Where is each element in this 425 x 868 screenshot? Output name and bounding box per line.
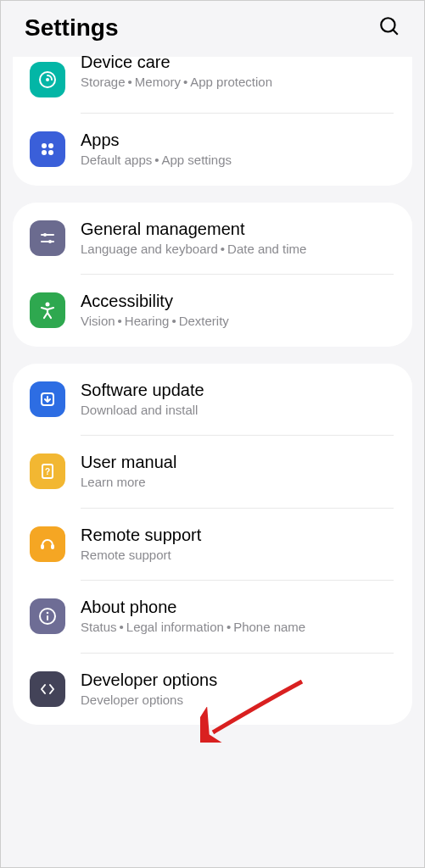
settings-section: General management Language and keyboard… (13, 203, 412, 347)
item-subtitle: Developer options (81, 692, 394, 709)
settings-item-developer-options[interactable]: Developer options Developer options (13, 654, 412, 726)
item-text: Developer options Developer options (81, 670, 394, 709)
settings-item-general-management[interactable]: General management Language and keyboard… (13, 203, 412, 275)
svg-point-3 (46, 78, 49, 81)
svg-rect-20 (47, 615, 48, 620)
settings-item-accessibility[interactable]: Accessibility Vision•Hearing•Dexterity (13, 275, 412, 347)
item-subtitle: Default apps•App settings (81, 152, 394, 169)
settings-item-user-manual[interactable]: ? User manual Learn more (13, 436, 412, 508)
item-text: Accessibility Vision•Hearing•Dexterity (81, 292, 394, 330)
apps-icon (30, 131, 65, 167)
svg-line-1 (393, 30, 397, 34)
device-care-icon (30, 62, 65, 97)
svg-point-11 (48, 240, 52, 243)
svg-point-19 (47, 612, 49, 615)
search-icon[interactable] (378, 15, 400, 41)
item-text: About phone Status•Legal information•Pho… (81, 598, 394, 636)
developer-options-icon (30, 671, 65, 707)
settings-item-device-care[interactable]: Device care Storage•Memory•App protectio… (13, 57, 412, 113)
item-subtitle: Status•Legal information•Phone name (81, 619, 394, 636)
item-subtitle: Remote support (81, 547, 394, 564)
svg-rect-16 (41, 544, 44, 549)
item-text: Software update Download and install (81, 381, 394, 419)
item-title: Device care (81, 53, 394, 72)
item-title: Remote support (81, 526, 394, 545)
item-subtitle: Learn more (81, 474, 394, 491)
svg-point-4 (42, 143, 47, 148)
user-manual-icon: ? (30, 453, 65, 489)
item-title: Accessibility (81, 292, 394, 311)
item-title: Software update (81, 381, 394, 400)
item-subtitle: Vision•Hearing•Dexterity (81, 313, 394, 330)
svg-point-0 (381, 18, 394, 31)
svg-point-6 (42, 150, 47, 155)
svg-point-12 (46, 303, 50, 307)
settings-item-about-phone[interactable]: About phone Status•Legal information•Pho… (13, 581, 412, 653)
item-text: Remote support Remote support (81, 526, 394, 564)
about-phone-icon (30, 598, 65, 634)
item-title: General management (81, 220, 394, 239)
item-text: Apps Default apps•App settings (81, 131, 394, 169)
page-title: Settings (25, 14, 118, 42)
settings-header: Settings (1, 1, 424, 57)
software-update-icon (30, 381, 65, 417)
item-title: About phone (81, 598, 394, 617)
item-text: User manual Learn more (81, 453, 394, 491)
settings-section: Software update Download and install ? U… (13, 364, 412, 726)
svg-point-7 (48, 150, 53, 155)
item-title: Developer options (81, 670, 394, 690)
settings-section: Device care Storage•Memory•App protectio… (13, 57, 412, 186)
svg-point-5 (48, 143, 53, 148)
svg-point-9 (43, 233, 47, 236)
remote-support-icon (30, 526, 65, 562)
item-title: Apps (81, 131, 394, 150)
svg-text:?: ? (45, 467, 50, 476)
settings-item-software-update[interactable]: Software update Download and install (13, 364, 412, 436)
item-subtitle: Language and keyboard•Date and time (81, 241, 394, 258)
settings-item-apps[interactable]: Apps Default apps•App settings (13, 114, 412, 186)
accessibility-icon (30, 292, 65, 328)
item-subtitle: Storage•Memory•App protection (81, 74, 394, 91)
svg-rect-17 (51, 544, 54, 549)
general-management-icon (30, 220, 65, 256)
item-text: Device care Storage•Memory•App protectio… (81, 70, 394, 91)
item-subtitle: Download and install (81, 402, 394, 419)
item-title: User manual (81, 453, 394, 472)
settings-item-remote-support[interactable]: Remote support Remote support (13, 509, 412, 581)
item-text: General management Language and keyboard… (81, 220, 394, 258)
